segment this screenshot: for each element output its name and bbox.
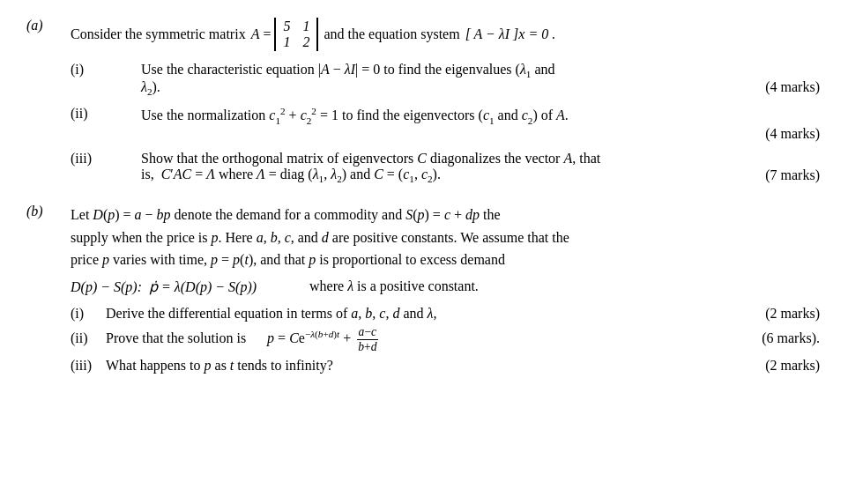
solution-fraction: a−c b+d (356, 325, 378, 354)
part-b-sub-ii-marks: (6 marks). (762, 330, 820, 346)
part-a-intro: Consider the symmetric matrix A = 5 1 1 … (71, 18, 820, 51)
part-b-intro-line2: supply when the price is p. Here a, b, c… (71, 226, 820, 249)
part-a-sub-iii: (iii) Show that the orthogonal matrix of… (71, 151, 820, 184)
sub-iii-label: (iii) (71, 151, 141, 184)
part-b-sub-ii-label: (ii) (71, 330, 106, 346)
equation-left: D(p) − S(p): ṗ = λ(D(p) − S(p)) (71, 278, 257, 295)
sub-iii-text: Show that the orthogonal matrix of eigen… (141, 151, 820, 167)
part-b-content: Let D(p) = a − bp denote the demand for … (71, 204, 820, 377)
part-b-equation: D(p) − S(p): ṗ = λ(D(p) − S(p)) where λ … (71, 278, 820, 295)
part-b-sub-i-label: (i) (71, 306, 106, 322)
equation-right: where λ is a positive constant. (309, 278, 479, 294)
part-a-section: (a) Consider the symmetric matrix A = 5 … (26, 18, 820, 193)
sub-ii-content: Use the normalization c12 + c22 = 1 to f… (141, 106, 820, 142)
equals-sign: = (263, 26, 271, 42)
part-b-sub-i-marks: (2 marks) (765, 306, 820, 322)
sub-iii-content: Show that the orthogonal matrix of eigen… (141, 151, 820, 184)
sub-i-marks: (4 marks) (765, 79, 820, 97)
part-b-intro: Let D(p) = a − bp denote the demand for … (71, 204, 820, 271)
part-b-sub-ii-content: Prove that the solution is p = Ce−λ(b+d)… (106, 325, 820, 354)
sub-i-text: Use the characteristic equation |A − λI|… (141, 62, 820, 79)
part-b-sub-i: (i) Derive the differential equation in … (71, 306, 820, 322)
sub-iii-marks: (7 marks) (765, 167, 820, 183)
matrix-grid: 5 1 1 2 (274, 18, 318, 51)
part-a-content: Consider the symmetric matrix A = 5 1 1 … (71, 18, 820, 193)
part-b-sub-iii-marks: (2 marks) (765, 358, 820, 374)
part-b-sub-ii: (ii) Prove that the solution is p = Ce−λ… (71, 325, 820, 354)
part-a-label: (a) (26, 18, 71, 193)
part-a-sub-i: (i) Use the characteristic equation |A −… (71, 62, 820, 97)
sub-ii-marks: (4 marks) (141, 126, 820, 142)
matrix: 5 1 1 2 (274, 18, 318, 51)
part-b-sub-iii-label: (iii) (71, 358, 106, 374)
page-content: (a) Consider the symmetric matrix A = 5 … (26, 18, 820, 377)
matrix-var: A (251, 26, 260, 42)
part-b-sub-iii-content: What happens to p as t tends to infinity… (106, 358, 820, 374)
part-b-intro-line1: Let D(p) = a − bp denote the demand for … (71, 204, 820, 226)
part-b-sub-i-content: Derive the differential equation in term… (106, 306, 820, 322)
part-b-label: (b) (26, 204, 71, 377)
part-a-sub-ii: (ii) Use the normalization c12 + c22 = 1… (71, 106, 820, 142)
sub-i-label: (i) (71, 62, 141, 97)
part-b-sub-iii: (iii) What happens to p as t tends to in… (71, 358, 820, 374)
sub-i-second-line: λ2). (4 marks) (141, 79, 820, 97)
sub-ii-text: Use the normalization c12 + c22 = 1 to f… (141, 106, 820, 126)
part-b-intro-line3: price p varies with time, p = p(t), and … (71, 248, 820, 271)
part-b-sub-questions: (i) Derive the differential equation in … (71, 306, 820, 374)
part-b-section: (b) Let D(p) = a − bp denote the demand … (26, 204, 820, 377)
sub-i-content: Use the characteristic equation |A − λI|… (141, 62, 820, 97)
sub-iii-second-line: is, C′AC = Λ where Λ = diag (λ1, λ2) and… (141, 167, 820, 184)
sub-ii-label: (ii) (71, 106, 141, 142)
